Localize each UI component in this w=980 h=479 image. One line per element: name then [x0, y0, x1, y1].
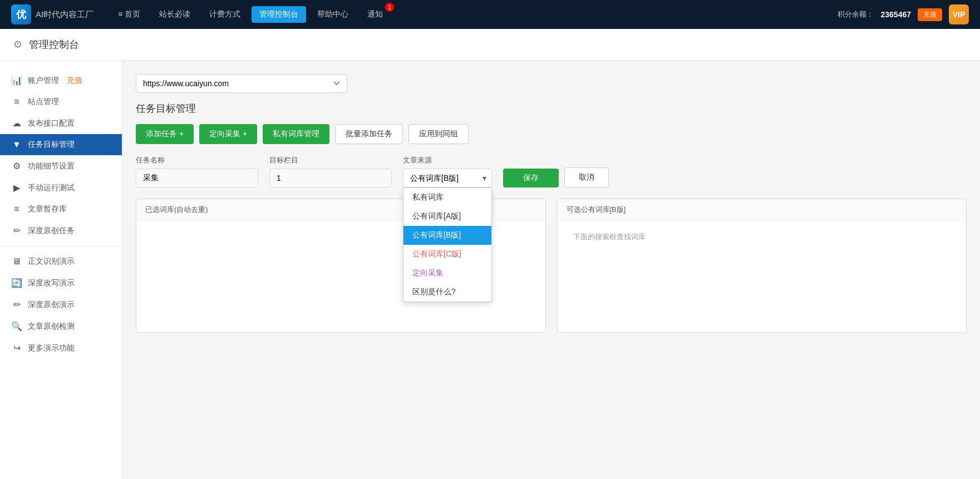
target-column-group: 目标栏目	[269, 155, 392, 187]
more-icon: ↪	[11, 343, 22, 353]
search-icon: 🔍	[11, 321, 22, 332]
nav-item-notify[interactable]: 通知 1	[360, 6, 391, 23]
notification-badge: 1	[385, 3, 394, 12]
nav-label-notify: 通知	[367, 9, 383, 18]
source-select-wrap: 公有词库[B版] ▾ 私有词库 公有词库[A版] 公有词库[B版] 公有词库[C…	[403, 169, 492, 187]
sidebar-recharge-link[interactable]: 充值	[67, 76, 82, 86]
original-demo-icon: ✏	[11, 299, 22, 310]
play-icon: ▶	[11, 182, 22, 193]
sidebar-label-task: 任务目标管理	[28, 140, 75, 150]
target-column-label: 目标栏目	[269, 155, 392, 165]
task-name-input[interactable]	[136, 169, 258, 187]
sidebar-label-feature: 功能细节设置	[28, 161, 75, 171]
nav-label-home: ≡ 首页	[118, 9, 140, 19]
nav-item-console[interactable]: 管理控制台	[252, 6, 306, 23]
sidebar-item-task[interactable]: ▼ 任务目标管理	[0, 134, 122, 155]
sidebar-item-publish[interactable]: ☁ 发布接口配置	[0, 112, 122, 134]
form-actions: 保存 取消	[503, 167, 609, 187]
sidebar-label-draft: 文章暂存库	[28, 204, 67, 214]
page-header: ⚙ 管理控制台	[0, 29, 980, 61]
vip-badge: VIP	[949, 4, 969, 24]
site-select-wrap: https://www.ucaiyun.com	[136, 74, 967, 93]
targeted-collect-button[interactable]: 定向采集 +	[199, 124, 257, 144]
content-area: 📊 账户管理 充值 ≡ 站点管理 ☁ 发布接口配置 ▼ 任务目标管理 ⚙ 功能细…	[0, 61, 980, 479]
refresh-icon: 🔄	[11, 278, 22, 288]
sidebar-item-site[interactable]: ≡ 站点管理	[0, 91, 122, 112]
nav-item-home[interactable]: ≡ 首页	[110, 6, 148, 23]
sidebar-label-detect: 文章原创检测	[28, 322, 75, 332]
sidebar-item-rewrite[interactable]: 🔄 深度改写演示	[0, 272, 122, 294]
sidebar-item-ocr[interactable]: 🖥 正文识别演示	[0, 251, 122, 272]
panels-row: 已选词库(自动去重) 可选公有词库[B版] 下面的搜索框查找词库	[136, 199, 967, 333]
main-content: https://www.ucaiyun.com 任务目标管理 添加任务 + 定向…	[122, 61, 980, 479]
sidebar-label-account: 账户管理	[28, 76, 59, 86]
points-label: 积分余额：	[838, 9, 874, 19]
sidebar-item-more[interactable]: ↪ 更多演示功能	[0, 337, 122, 359]
nav-label-billing: 计费方式	[209, 9, 240, 18]
add-task-button[interactable]: 添加任务 +	[136, 124, 194, 144]
sidebar-item-draft[interactable]: ≡ 文章暂存库	[0, 199, 122, 220]
nav-item-billing[interactable]: 计费方式	[201, 6, 248, 23]
nav-label-help: 帮助中心	[317, 9, 348, 18]
sidebar-label-rewrite: 深度改写演示	[28, 278, 75, 288]
sidebar-label-site: 站点管理	[28, 97, 59, 107]
source-dropdown-popup: 私有词库 公有词库[A版] 公有词库[B版] 公有词库[C版] 定向采集 区别是…	[403, 187, 492, 302]
sidebar-item-original-demo[interactable]: ✏ 深度原创演示	[0, 294, 122, 315]
top-navigation: 优 AI时代内容工厂 ≡ 首页 站长必读 计费方式 管理控制台 帮助中心 通知 …	[0, 0, 980, 29]
right-panel-header: 可选公有词库[B版]	[558, 199, 967, 221]
logo-icon: 优	[11, 4, 31, 24]
batch-add-button[interactable]: 批量添加任务	[335, 124, 403, 144]
sidebar: 📊 账户管理 充值 ≡ 站点管理 ☁ 发布接口配置 ▼ 任务目标管理 ⚙ 功能细…	[0, 61, 122, 479]
source-option-private[interactable]: 私有词库	[403, 188, 491, 207]
action-bar: 添加任务 + 定向采集 + 私有词库管理 批量添加任务 应用到同组	[136, 124, 967, 144]
logo-text: AI时代内容工厂	[36, 9, 93, 20]
source-option-public-c[interactable]: 公有词库[C版]	[403, 245, 491, 264]
sidebar-label-ocr: 正文识别演示	[28, 256, 75, 266]
chart-icon: 📊	[11, 75, 22, 86]
source-select[interactable]: 公有词库[B版]	[403, 169, 492, 187]
points-value: 2365467	[880, 10, 911, 19]
source-select-group: 文章来源 公有词库[B版] ▾ 私有词库 公有词库[A版] 公有词库[B版] 公…	[403, 155, 492, 187]
right-panel-body: 下面的搜索框查找词库	[558, 221, 967, 332]
task-name-label: 任务名称	[136, 155, 258, 165]
nav-item-help[interactable]: 帮助中心	[309, 6, 356, 23]
source-option-public-a[interactable]: 公有词库[A版]	[403, 207, 491, 226]
sidebar-divider	[0, 246, 122, 246]
sidebar-item-detect[interactable]: 🔍 文章原创检测	[0, 315, 122, 337]
page-title: 管理控制台	[29, 38, 79, 51]
target-column-input[interactable]	[269, 169, 392, 187]
site-select[interactable]: https://www.ucaiyun.com	[136, 74, 347, 93]
sidebar-item-original[interactable]: ✏ 深度原创任务	[0, 220, 122, 241]
nav-items: ≡ 首页 站长必读 计费方式 管理控制台 帮助中心 通知 1	[110, 6, 838, 23]
monitor-icon: 🖥	[11, 256, 22, 266]
logo: 优 AI时代内容工厂	[11, 4, 93, 24]
sidebar-item-feature[interactable]: ⚙ 功能细节设置	[0, 155, 122, 177]
list-icon: ≡	[11, 97, 22, 107]
recharge-button[interactable]: 充值	[918, 8, 942, 21]
source-option-targeted[interactable]: 定向采集	[403, 264, 491, 283]
cancel-button[interactable]: 取消	[564, 167, 609, 187]
private-lib-button[interactable]: 私有词库管理	[263, 124, 329, 144]
draft-icon: ≡	[11, 204, 22, 214]
sidebar-item-account[interactable]: 📊 账户管理 充值	[0, 70, 122, 91]
sidebar-label-original: 深度原创任务	[28, 226, 75, 236]
right-panel: 可选公有词库[B版] 下面的搜索框查找词库	[557, 199, 967, 333]
sidebar-item-manual[interactable]: ▶ 手动运行测试	[0, 177, 122, 199]
apply-group-button[interactable]: 应用到同组	[408, 124, 469, 144]
nav-item-guide[interactable]: 站长必读	[151, 6, 198, 23]
sidebar-label-original-demo: 深度原创演示	[28, 300, 75, 310]
right-panel-hint: 下面的搜索框查找词库	[564, 228, 960, 246]
section-title: 任务目标管理	[136, 102, 967, 115]
source-option-diff[interactable]: 区别是什么?	[403, 283, 491, 302]
sidebar-label-more: 更多演示功能	[28, 343, 75, 353]
form-row: 任务名称 目标栏目 文章来源 公有词库[B版] ▾	[136, 155, 967, 187]
nav-label-guide: 站长必读	[159, 9, 190, 18]
nav-label-console: 管理控制台	[259, 9, 298, 18]
settings-icon: ⚙	[13, 38, 22, 51]
gear-icon: ⚙	[11, 161, 22, 171]
topnav-right: 积分余额： 2365467 充值 VIP	[838, 4, 969, 24]
source-option-public-b[interactable]: 公有词库[B版]	[403, 226, 491, 245]
save-button[interactable]: 保存	[503, 169, 559, 187]
edit-icon: ✏	[11, 225, 22, 236]
sidebar-label-manual: 手动运行测试	[28, 183, 75, 193]
